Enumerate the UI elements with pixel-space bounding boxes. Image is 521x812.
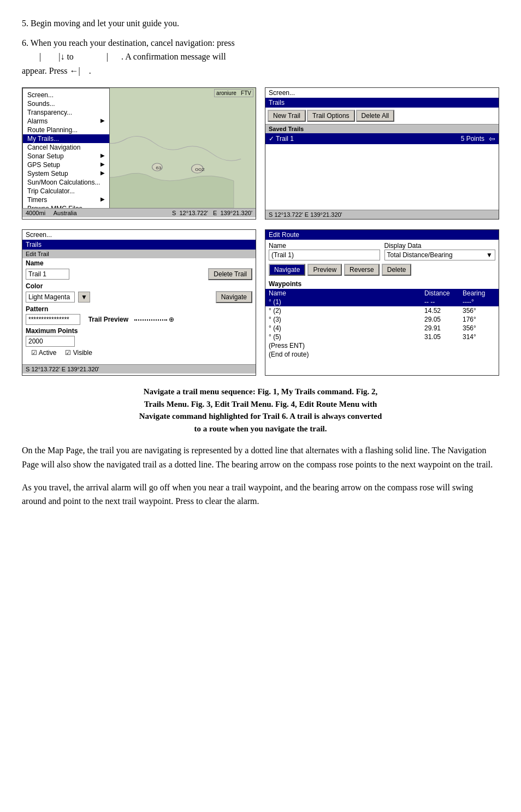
step6: 6. When you reach your destination, canc… <box>22 36 499 78</box>
fig3-navigate-button[interactable]: Navigate <box>216 291 252 303</box>
fig3-max-label: Maximum Points <box>26 327 252 335</box>
body-paragraph-1: On the Map Page, the trail you are navig… <box>22 443 499 471</box>
menu-cancel-nav: Cancel Navigation <box>23 143 109 152</box>
fig4-wp2-name: ° (2) <box>269 307 424 315</box>
figures-caption: Navigate a trail menu sequence: Fig. 1, … <box>22 386 499 435</box>
fig4-wp-row-3[interactable]: ° (3) 29.05 176° <box>265 315 499 324</box>
svg-text:002: 002 <box>195 167 205 172</box>
caption-line2: Trails Menu. Fig. 3, Edit Trail Menu. Fi… <box>144 400 377 408</box>
fig3-status: S 12°13.722' E 139°21.320' <box>22 364 256 374</box>
fig3-max-input[interactable]: 2000 <box>26 336 75 347</box>
fig4-wp2-bear: 356° <box>463 307 495 315</box>
trail-options-button[interactable]: Trail Options <box>307 110 355 122</box>
fig3-pattern-row: **************** Trail Preview ⊕ <box>22 313 256 326</box>
fig3-checkbox-row: ☑ Active ☑ Visible <box>22 348 256 358</box>
step5: 5. Begin moving and let your unit guide … <box>22 16 499 31</box>
menu-transparency: Transparency... <box>23 108 109 117</box>
fig3-dropdown-arrow[interactable]: ▼ <box>78 292 90 303</box>
fig4-wp4-name: ° (4) <box>269 324 424 332</box>
figure-3: Screen... Trails Edit Trail Name Trail 1… <box>22 229 256 376</box>
menu-browse-mmc: Browse MMC Files... <box>23 204 109 208</box>
fig4-reverse-button[interactable]: Reverse <box>344 264 380 276</box>
menu-sonar-setup: Sonar Setup <box>23 152 109 161</box>
figures-bottom-row: Screen... Trails Edit Trail Name Trail 1… <box>22 229 499 376</box>
figure-1: 002 63 aroniure FTV Screen... Sounds... … <box>22 87 256 220</box>
fig4-wp-row-1[interactable]: ° (1) -- -- ----° <box>265 298 499 306</box>
fig4-bottom-spacer <box>265 359 499 375</box>
fig3-preview-line <box>134 319 167 321</box>
fig2-buttons: New Trail Trail Options Delete All <box>265 108 499 125</box>
new-trail-button[interactable]: New Trail <box>268 110 306 122</box>
fig4-wp4-dist: 29.91 <box>424 324 463 332</box>
fig2-screen-title: Screen... <box>265 88 499 98</box>
fig4-wp1-name: ° (1) <box>269 298 424 306</box>
fig4-end-route: (End of route) <box>265 350 499 359</box>
fig4-name-input[interactable]: (Trail 1) <box>269 250 380 260</box>
menu-sounds: Sounds... <box>23 99 109 108</box>
fig4-display-col: Display Data Total Distance/Bearing ▼ <box>384 242 496 260</box>
delete-all-button[interactable]: Delete All <box>356 110 395 122</box>
fig3-name-input[interactable]: Trail 1 <box>26 269 69 280</box>
caption-line3: Navigate command highlighted for Trail 6… <box>139 412 382 420</box>
fig3-color-row: Light Magenta ▼ Navigate <box>22 290 256 304</box>
fig4-title: Edit Route <box>265 230 499 240</box>
fig2-trails-header: Trails <box>265 98 499 108</box>
menu-gps-setup: GPS Setup <box>23 161 109 169</box>
trail1-arrow: ⇦ <box>489 134 495 143</box>
menu-alarms: Alarms <box>23 117 109 126</box>
fig4-wp2-dist: 14.52 <box>424 307 463 315</box>
fig1-scale: 4000mi Australia <box>26 210 77 216</box>
fig3-trails-label: Trails <box>22 240 256 250</box>
fig3-preview-label: Trail Preview <box>88 316 128 323</box>
fig2-trail-row[interactable]: ✓ Trail 1 5 Points ⇦ <box>265 133 499 144</box>
fig3-visible-checkbox[interactable]: ☑ Visible <box>65 349 92 357</box>
fig4-wp5-dist: 31.05 <box>424 333 463 341</box>
menu-route-planning: Route Planning... <box>23 126 109 134</box>
menu-my-trails[interactable]: My Trails... <box>23 134 109 143</box>
figure-2: Screen... Trails New Trail Trail Options… <box>265 87 499 220</box>
fig4-col-bearing: Bearing <box>463 289 495 297</box>
figure-4: Edit Route Name (Trail 1) Display Data T… <box>265 229 499 376</box>
map-background: 002 63 aroniure FTV Screen... Sounds... … <box>22 88 256 208</box>
fig4-name-col: Name (Trail 1) <box>269 242 380 260</box>
step6-pre: 6. When you reach your destination, canc… <box>22 38 235 48</box>
fig4-nav-row: Navigate Preview Reverse Delete <box>265 263 499 277</box>
menu-screen: Screen... <box>23 91 109 99</box>
menu-timers: Timers <box>23 195 109 204</box>
fig3-delete-trail-button[interactable]: Delete Trail <box>208 268 252 280</box>
fig4-wp-row-5[interactable]: ° (5) 31.05 314° <box>265 333 499 341</box>
fig4-name-label: Name <box>269 242 380 250</box>
fig4-display-arrow: ▼ <box>486 251 493 259</box>
fig4-wp-row-4[interactable]: ° (4) 29.91 356° <box>265 324 499 333</box>
fig2-saved-label: Saved Trails <box>265 125 499 133</box>
fig3-max-row: Maximum Points 2000 <box>22 326 256 348</box>
fig4-col-name: Name <box>269 289 424 297</box>
intro-text: 5. Begin moving and let your unit guide … <box>22 16 499 78</box>
caption-line4: to a route when you navigate the trail. <box>194 424 327 433</box>
figures-top-row: 002 63 aroniure FTV Screen... Sounds... … <box>22 87 499 220</box>
fig4-wp5-bear: 314° <box>463 333 495 341</box>
fig3-edit-label: Edit Trail <box>22 250 256 258</box>
fig2-body <box>265 144 499 210</box>
fig3-spacer <box>22 358 256 364</box>
fig3-pattern-input[interactable]: **************** <box>26 314 80 325</box>
fig3-active-checkbox[interactable]: ☑ Active <box>31 349 56 357</box>
fig3-color-label: Color <box>22 281 256 290</box>
fig4-display-select[interactable]: Total Distance/Bearing ▼ <box>384 250 496 260</box>
fig3-screen-title: Screen... <box>22 230 256 240</box>
fig4-navigate-button[interactable]: Navigate <box>269 264 305 276</box>
fig4-wp-row-2[interactable]: ° (2) 14.52 356° <box>265 306 499 315</box>
fig4-wp1-bear: ----° <box>463 298 495 306</box>
fig4-wp-header-row: Name Distance Bearing <box>265 289 499 298</box>
fig4-preview-button[interactable]: Preview <box>307 264 342 276</box>
fig3-color-input[interactable]: Light Magenta <box>26 292 75 303</box>
trail1-points: 5 Points <box>461 135 484 143</box>
fig4-wp3-bear: 176° <box>463 316 495 323</box>
fig4-delete-button[interactable]: Delete <box>382 264 412 276</box>
trail1-check: ✓ Trail 1 <box>269 135 294 143</box>
fig3-preview-end: ⊕ <box>169 316 174 323</box>
fig3-preview-spacer: Trail Preview ⊕ <box>85 316 252 323</box>
menu-sun-moon: Sun/Moon Calculations... <box>23 178 109 187</box>
fig4-waypoints-label: Waypoints <box>265 279 499 289</box>
fig4-wp5-name: ° (5) <box>269 333 424 341</box>
